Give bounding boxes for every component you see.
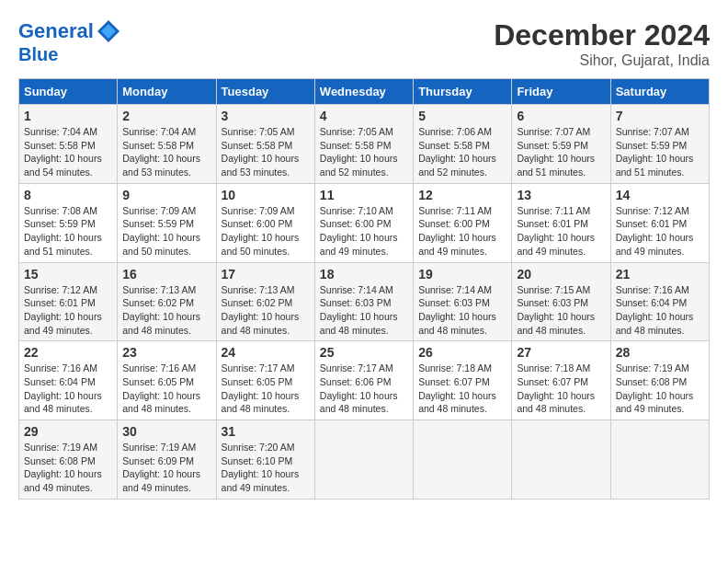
calendar-week-1: 1 Sunrise: 7:04 AM Sunset: 5:58 PM Dayli… <box>19 105 710 184</box>
day-info: Sunrise: 7:12 AM Sunset: 6:01 PM Dayligh… <box>616 204 704 259</box>
day-cell-20: 20 Sunrise: 7:15 AM Sunset: 6:03 PM Dayl… <box>512 262 610 341</box>
day-cell-13: 13 Sunrise: 7:11 AM Sunset: 6:01 PM Dayl… <box>512 183 610 262</box>
day-info: Sunrise: 7:15 AM Sunset: 6:03 PM Dayligh… <box>517 283 605 338</box>
day-info: Sunrise: 7:04 AM Sunset: 5:58 PM Dayligh… <box>122 125 210 179</box>
day-cell-15: 15 Sunrise: 7:12 AM Sunset: 6:01 PM Dayl… <box>19 262 118 341</box>
day-info: Sunrise: 7:06 AM Sunset: 5:58 PM Dayligh… <box>418 125 506 179</box>
day-info: Sunrise: 7:11 AM Sunset: 6:01 PM Dayligh… <box>517 204 605 259</box>
day-cell-4: 4 Sunrise: 7:05 AM Sunset: 5:58 PM Dayli… <box>314 105 413 184</box>
day-info: Sunrise: 7:07 AM Sunset: 5:59 PM Dayligh… <box>616 125 704 179</box>
day-info: Sunrise: 7:10 AM Sunset: 6:00 PM Dayligh… <box>320 204 408 259</box>
day-info: Sunrise: 7:14 AM Sunset: 6:03 PM Dayligh… <box>418 283 506 338</box>
day-number: 9 <box>122 188 210 202</box>
day-number: 24 <box>222 345 310 360</box>
day-number: 28 <box>616 345 704 360</box>
day-cell-22: 22 Sunrise: 7:16 AM Sunset: 6:04 PM Dayl… <box>19 341 118 420</box>
day-number: 13 <box>517 188 605 202</box>
weekday-header-tuesday: Tuesday <box>216 79 314 105</box>
day-cell-21: 21 Sunrise: 7:16 AM Sunset: 6:04 PM Dayl… <box>610 262 709 341</box>
weekday-header-monday: Monday <box>118 79 216 105</box>
day-number: 1 <box>24 109 112 123</box>
day-number: 7 <box>616 109 704 123</box>
day-number: 20 <box>517 267 605 282</box>
day-cell-24: 24 Sunrise: 7:17 AM Sunset: 6:05 PM Dayl… <box>216 341 314 420</box>
empty-cell <box>414 420 512 500</box>
day-number: 15 <box>24 267 112 282</box>
day-info: Sunrise: 7:04 AM Sunset: 5:58 PM Dayligh… <box>24 125 112 179</box>
day-cell-25: 25 Sunrise: 7:17 AM Sunset: 6:06 PM Dayl… <box>314 341 413 420</box>
day-number: 27 <box>517 345 605 360</box>
weekday-header-friday: Friday <box>512 79 610 105</box>
logo-blue-text: Blue <box>18 44 121 64</box>
day-cell-2: 2 Sunrise: 7:04 AM Sunset: 5:58 PM Dayli… <box>118 105 216 184</box>
day-number: 10 <box>222 188 310 202</box>
day-number: 3 <box>222 109 310 123</box>
day-cell-9: 9 Sunrise: 7:09 AM Sunset: 5:59 PM Dayli… <box>118 183 216 262</box>
day-cell-16: 16 Sunrise: 7:13 AM Sunset: 6:02 PM Dayl… <box>118 262 216 341</box>
day-info: Sunrise: 7:09 AM Sunset: 6:00 PM Dayligh… <box>222 204 310 259</box>
day-cell-7: 7 Sunrise: 7:07 AM Sunset: 5:59 PM Dayli… <box>610 105 709 184</box>
day-number: 6 <box>517 109 605 123</box>
day-info: Sunrise: 7:19 AM Sunset: 6:08 PM Dayligh… <box>24 441 112 495</box>
calendar-week-2: 8 Sunrise: 7:08 AM Sunset: 5:59 PM Dayli… <box>19 183 710 262</box>
day-info: Sunrise: 7:17 AM Sunset: 6:06 PM Dayligh… <box>320 362 408 416</box>
day-info: Sunrise: 7:16 AM Sunset: 6:04 PM Dayligh… <box>616 283 704 338</box>
day-info: Sunrise: 7:08 AM Sunset: 5:59 PM Dayligh… <box>24 204 112 259</box>
day-cell-6: 6 Sunrise: 7:07 AM Sunset: 5:59 PM Dayli… <box>512 105 610 184</box>
weekday-header-thursday: Thursday <box>414 79 512 105</box>
day-cell-12: 12 Sunrise: 7:11 AM Sunset: 6:00 PM Dayl… <box>414 183 512 262</box>
weekday-header-wednesday: Wednesday <box>314 79 413 105</box>
page-header: General Blue December 2024 Sihor, Gujara… <box>18 18 710 69</box>
calendar-week-4: 22 Sunrise: 7:16 AM Sunset: 6:04 PM Dayl… <box>19 341 710 420</box>
month-title: December 2024 <box>494 18 710 52</box>
day-cell-31: 31 Sunrise: 7:20 AM Sunset: 6:10 PM Dayl… <box>216 420 314 500</box>
day-number: 12 <box>418 188 506 202</box>
day-info: Sunrise: 7:19 AM Sunset: 6:09 PM Dayligh… <box>122 441 210 495</box>
day-number: 14 <box>616 188 704 202</box>
day-number: 17 <box>222 267 310 282</box>
calendar-week-3: 15 Sunrise: 7:12 AM Sunset: 6:01 PM Dayl… <box>19 262 710 341</box>
day-info: Sunrise: 7:09 AM Sunset: 5:59 PM Dayligh… <box>122 204 210 259</box>
day-cell-18: 18 Sunrise: 7:14 AM Sunset: 6:03 PM Dayl… <box>314 262 413 341</box>
day-number: 16 <box>122 267 210 282</box>
day-cell-29: 29 Sunrise: 7:19 AM Sunset: 6:08 PM Dayl… <box>19 420 118 500</box>
empty-cell <box>610 420 709 500</box>
day-info: Sunrise: 7:05 AM Sunset: 5:58 PM Dayligh… <box>222 125 310 179</box>
weekday-header-saturday: Saturday <box>610 79 709 105</box>
day-info: Sunrise: 7:20 AM Sunset: 6:10 PM Dayligh… <box>222 441 310 495</box>
day-number: 2 <box>122 109 210 123</box>
day-cell-1: 1 Sunrise: 7:04 AM Sunset: 5:58 PM Dayli… <box>19 105 118 184</box>
day-cell-11: 11 Sunrise: 7:10 AM Sunset: 6:00 PM Dayl… <box>314 183 413 262</box>
day-info: Sunrise: 7:16 AM Sunset: 6:04 PM Dayligh… <box>24 362 112 416</box>
day-info: Sunrise: 7:18 AM Sunset: 6:07 PM Dayligh… <box>517 362 605 416</box>
day-number: 25 <box>320 345 408 360</box>
day-info: Sunrise: 7:14 AM Sunset: 6:03 PM Dayligh… <box>320 283 408 338</box>
day-cell-23: 23 Sunrise: 7:16 AM Sunset: 6:05 PM Dayl… <box>118 341 216 420</box>
day-cell-28: 28 Sunrise: 7:19 AM Sunset: 6:08 PM Dayl… <box>610 341 709 420</box>
day-info: Sunrise: 7:19 AM Sunset: 6:08 PM Dayligh… <box>616 362 704 416</box>
title-block: December 2024 Sihor, Gujarat, India <box>494 18 710 69</box>
day-info: Sunrise: 7:11 AM Sunset: 6:00 PM Dayligh… <box>418 204 506 259</box>
day-number: 21 <box>616 267 704 282</box>
day-number: 22 <box>24 345 112 360</box>
day-info: Sunrise: 7:13 AM Sunset: 6:02 PM Dayligh… <box>122 283 210 338</box>
day-number: 11 <box>320 188 408 202</box>
day-number: 30 <box>122 424 210 439</box>
logo-text: General <box>18 20 94 42</box>
weekday-header-sunday: Sunday <box>19 79 118 105</box>
day-info: Sunrise: 7:18 AM Sunset: 6:07 PM Dayligh… <box>418 362 506 416</box>
day-number: 29 <box>24 424 112 439</box>
day-info: Sunrise: 7:13 AM Sunset: 6:02 PM Dayligh… <box>222 283 310 338</box>
day-info: Sunrise: 7:05 AM Sunset: 5:58 PM Dayligh… <box>320 125 408 179</box>
day-cell-8: 8 Sunrise: 7:08 AM Sunset: 5:59 PM Dayli… <box>19 183 118 262</box>
day-info: Sunrise: 7:16 AM Sunset: 6:05 PM Dayligh… <box>122 362 210 416</box>
day-info: Sunrise: 7:17 AM Sunset: 6:05 PM Dayligh… <box>222 362 310 416</box>
day-number: 31 <box>222 424 310 439</box>
day-number: 4 <box>320 109 408 123</box>
day-cell-17: 17 Sunrise: 7:13 AM Sunset: 6:02 PM Dayl… <box>216 262 314 341</box>
day-cell-3: 3 Sunrise: 7:05 AM Sunset: 5:58 PM Dayli… <box>216 105 314 184</box>
day-info: Sunrise: 7:12 AM Sunset: 6:01 PM Dayligh… <box>24 283 112 338</box>
day-number: 23 <box>122 345 210 360</box>
day-number: 18 <box>320 267 408 282</box>
day-number: 5 <box>418 109 506 123</box>
